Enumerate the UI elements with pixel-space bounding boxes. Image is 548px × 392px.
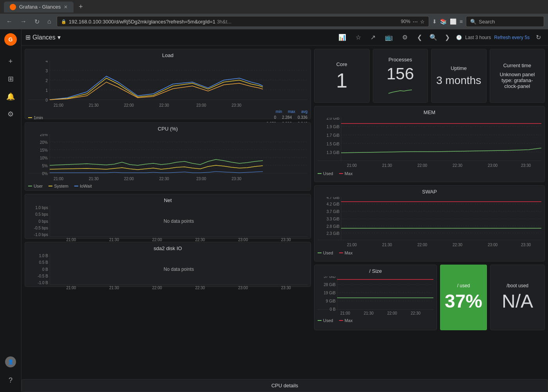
- panel-cpu: CPU (%) 25% 20% 15% 10% 5% 0%: [25, 122, 311, 191]
- svg-text:37 GiB: 37 GiB: [323, 276, 336, 279]
- svg-text:5%: 5%: [42, 164, 48, 168]
- svg-text:0: 0: [45, 98, 48, 102]
- disk-size-legend: Used Max: [318, 318, 433, 323]
- legend-1min-label: 1min: [34, 115, 43, 120]
- zoom-out-button[interactable]: 🔍: [426, 32, 440, 43]
- legend-mem-used: Used: [318, 171, 333, 176]
- mem-legend: Used Max: [318, 171, 541, 176]
- address-bar[interactable]: 🔒 192.168.0.100:3000/d/wRj5Dg2mk/glances…: [57, 16, 429, 27]
- add-panel-button[interactable]: 📊: [335, 32, 349, 43]
- disk-size-title: / Size: [318, 268, 433, 274]
- back-button[interactable]: ←: [4, 17, 15, 26]
- sidebar-item-settings[interactable]: ⚙: [3, 106, 18, 122]
- legend-system: System: [49, 184, 68, 188]
- sidebar-item-notifications[interactable]: 🔔: [3, 89, 18, 104]
- sidebar-item-add[interactable]: +: [3, 54, 18, 69]
- next-time-button[interactable]: ❯: [442, 32, 453, 43]
- svg-text:23:00: 23:00: [488, 163, 498, 168]
- library-button[interactable]: 📚: [440, 18, 447, 25]
- svg-text:0 B: 0 B: [330, 307, 336, 311]
- browser-nav: ← → ↻ ⌂ 🔒 192.168.0.100:3000/d/wRj5Dg2mk…: [0, 14, 548, 29]
- settings-button[interactable]: ⚙: [399, 32, 411, 43]
- load-chart: 4 3 2 1 0 21:00 21:30 22:00 22:30: [28, 61, 307, 107]
- legend-1min: 1min: [28, 115, 43, 120]
- search-bar[interactable]: 🔍 Search: [466, 16, 544, 27]
- svg-text:28 GiB: 28 GiB: [323, 283, 336, 287]
- sidebar-item-dashboards[interactable]: ⊞: [3, 71, 18, 87]
- tab-bar: Grafana - Glances ✕ +: [0, 0, 548, 14]
- sidebar-item-help[interactable]: ?: [3, 372, 18, 388]
- sda2-chart-area: 1.0 B 0.5 B 0 B -0.5 B -1.0 B No data po…: [28, 254, 307, 285]
- cpu-chart: 25% 20% 15% 10% 5% 0% 21:00 21:30: [28, 134, 307, 181]
- nav-actions: ⬇ 📚 ⬜ ≡: [432, 18, 463, 25]
- disk-size-used-label: Used: [323, 318, 333, 323]
- panel-cpu-title: CPU (%): [28, 126, 307, 132]
- svg-text:1.9 GiB: 1.9 GiB: [327, 125, 340, 129]
- new-tab-button[interactable]: +: [75, 2, 86, 12]
- home-button[interactable]: ⌂: [45, 17, 54, 26]
- svg-text:25%: 25%: [40, 134, 48, 137]
- top-bar-actions: 📊 ☆ ↗ 📺 ⚙ ❮ 🔍 ❯ 🕐 Last 3 hours Refresh e…: [335, 32, 544, 43]
- legend-disk-max: Max: [339, 318, 353, 323]
- url-main: 192.168.0.100:3000/d/wRj5Dg2mk/glances?r…: [69, 19, 216, 25]
- boot-used-title: /boot used: [507, 283, 528, 288]
- panel-sda2: sda2 disk IO 1.0 B 0.5 B 0 B -0.5 B -1.0…: [25, 242, 311, 287]
- legend-iowait-label: IoWait: [80, 184, 92, 188]
- cpu-details-title: CPU details: [25, 383, 544, 388]
- panel-processes: Processes 156: [373, 49, 428, 103]
- stats-avg-header: avg: [301, 109, 307, 114]
- time-info[interactable]: 🕐 Last 3 hours Refresh every 5s: [456, 35, 530, 40]
- svg-text:3.7 GiB: 3.7 GiB: [327, 209, 340, 214]
- menu-button[interactable]: ≡: [460, 18, 463, 25]
- star-button[interactable]: ☆: [352, 32, 364, 43]
- active-tab[interactable]: Grafana - Glances ✕: [4, 2, 74, 13]
- share-button[interactable]: ↗: [367, 32, 379, 43]
- legend-swap-used: Used: [318, 251, 333, 255]
- tv-button[interactable]: 📺: [382, 32, 396, 43]
- right-column: Core 1 Processes 156 Uptime 3 m: [314, 49, 545, 373]
- refresh-label[interactable]: Refresh every 5s: [494, 35, 530, 40]
- svg-text:2.3 GiB: 2.3 GiB: [327, 231, 340, 236]
- sidebar-button[interactable]: ⬜: [450, 18, 456, 25]
- disk-used-value: 37%: [445, 290, 482, 312]
- svg-text:3.3 GiB: 3.3 GiB: [327, 217, 340, 221]
- close-tab-button[interactable]: ✕: [64, 4, 68, 10]
- svg-text:21:00: 21:00: [340, 311, 350, 315]
- svg-text:2: 2: [45, 79, 48, 83]
- reload-button[interactable]: ↻: [32, 17, 42, 26]
- user-avatar[interactable]: 👤: [5, 356, 16, 367]
- net-chart-area: 1.0 bps 0.5 bps 0 bps -0.5 bps -1.0 bps …: [28, 206, 307, 237]
- disk-size-chart: 37 GiB 28 GiB 19 GiB 9 GiB 0 B 21:00 21:…: [318, 276, 433, 315]
- panel-net: Net 1.0 bps 0.5 bps 0 bps -0.5 bps -1.0 …: [25, 194, 311, 239]
- net-x-axis: 21:0021:3022:0022:3023:0023:30: [28, 238, 307, 242]
- panel-disk-used: / used 37%: [440, 265, 487, 330]
- svg-text:23:00: 23:00: [196, 103, 206, 107]
- sda2-chart: No data points: [50, 254, 307, 285]
- sync-button[interactable]: ↻: [533, 32, 544, 43]
- load-1min-stats: 0 2.284 0.336: [274, 115, 307, 120]
- disk-row: / Size 37 GiB 28 GiB 19 GiB 9 GiB 0 B: [314, 265, 545, 330]
- mem-max-label: Max: [345, 171, 353, 176]
- svg-text:22:30: 22:30: [411, 311, 420, 315]
- browser-chrome: Grafana - Glances ✕ + ← → ↻ ⌂ 🔒 192.168.…: [0, 0, 548, 29]
- dashboard-title[interactable]: ⊞ Glances ▾: [25, 34, 61, 41]
- tab-title: Grafana - Glances: [19, 4, 61, 10]
- svg-text:19 GiB: 19 GiB: [323, 291, 336, 295]
- left-column: Load 4 3 2 1 0: [25, 49, 311, 373]
- load-stats-header: min max avg: [28, 109, 307, 114]
- sidebar-bottom: 👤 ?: [3, 356, 18, 388]
- grafana-logo[interactable]: G: [4, 33, 17, 46]
- lock-icon: 🔒: [61, 19, 66, 24]
- net-chart: No data points: [50, 206, 307, 237]
- panel-swap: SWAP 4.7 GiB 4.2 GiB 3.7 GiB 3.3 GiB 2: [314, 185, 545, 261]
- download-button[interactable]: ⬇: [432, 18, 437, 25]
- time-range: Last 3 hours: [465, 35, 491, 40]
- current-time-error: Unknown panel type: grafana-clock-panel: [496, 72, 539, 89]
- chevron-down-icon: ▾: [57, 34, 61, 41]
- prev-time-button[interactable]: ❮: [414, 32, 425, 43]
- sda2-x-axis: 21:0021:3022:0022:3023:0023:30: [28, 286, 307, 290]
- svg-text:21:30: 21:30: [364, 311, 374, 315]
- forward-button[interactable]: →: [18, 17, 29, 26]
- svg-text:22:00: 22:00: [124, 103, 134, 107]
- svg-text:4.2 GiB: 4.2 GiB: [327, 202, 340, 206]
